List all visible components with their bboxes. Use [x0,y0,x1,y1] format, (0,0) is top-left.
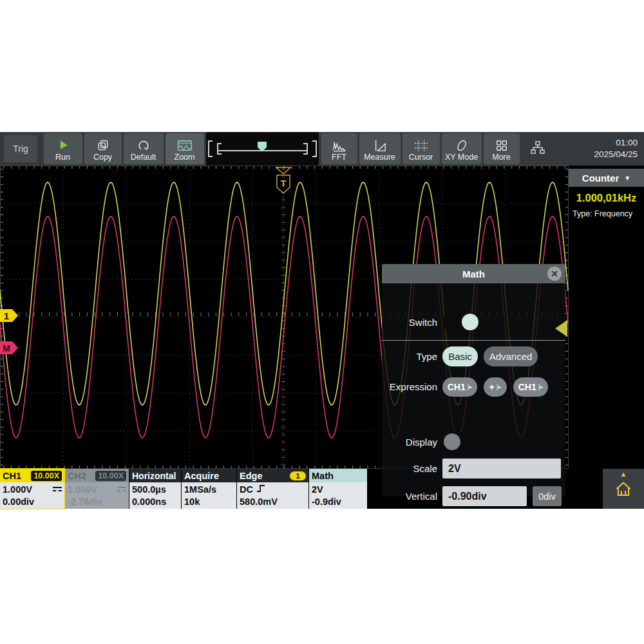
dropdown-indicator-icon: |▸ [497,383,502,390]
trig-label: Trig [13,144,28,154]
more-grid-icon [495,139,508,152]
trigger-level-marker[interactable] [555,320,567,339]
oscilloscope-app: Trig Run Copy [0,132,644,509]
horizontal-status-block[interactable]: Horizontal 500.0µs 0.000ns [129,469,181,509]
switch-label: Switch [382,317,437,328]
xy-ellipse-icon [455,139,469,152]
more-button[interactable]: More [484,133,520,164]
math-dialog-header: Math ✕ [382,264,565,283]
zoom-waveform-icon [177,139,193,152]
acquire-status-block[interactable]: Acquire 1MSa/s 10k [182,469,236,509]
network-lan-icon[interactable] [529,140,546,158]
ch2-volts: 1.000V [68,484,97,496]
toggle-knob [462,314,478,330]
counter-title: Counter [582,173,620,184]
cursor-crosshair-icon [413,139,429,152]
math-offset: -0.9div [312,496,365,508]
ch2-name: CH2 [68,471,86,481]
vertical-row: Vertical -0.90div 0div [382,486,565,506]
type-row: Type Basic Advanced [382,346,565,366]
counter-header[interactable]: Counter ▼ [569,169,644,187]
horizontal-title: Horizontal [132,471,176,481]
run-button[interactable]: Run [44,133,82,164]
clock-time: 01:00 [594,137,638,149]
zoom-button[interactable]: Zoom [166,133,204,164]
math-status-block[interactable]: Math 2V -0.9div [309,469,367,509]
cursor-button[interactable]: Cursor [402,133,440,164]
collapse-up-icon[interactable]: ▲ [620,471,627,478]
ch1-probe-badge: 10.00X [31,471,62,481]
scale-row: Scale 2V [382,459,565,478]
math-dialog: Math ✕ Switch Type Basic [382,264,565,497]
dropdown-indicator-icon: |▸ [468,383,473,390]
toggle-knob [444,433,460,450]
edge-source-badge: 1 [290,471,306,480]
ch1-offset: 0.00div [3,496,62,508]
counter-widget: Counter ▼ 1.000,01kHz Type: Frequency [569,169,644,218]
close-icon[interactable]: ✕ [547,267,562,281]
slider-outer-left-bracket [209,141,213,156]
top-toolbar: Trig Run Copy [0,132,644,166]
type-option-advanced[interactable]: Advanced [484,346,538,366]
default-button[interactable]: Default [124,133,164,164]
math-marker-label: M [3,343,10,354]
ch1-volts: 1.000V [3,484,32,496]
dropdown-indicator-icon: |▸ [538,383,544,390]
math-display-toggle[interactable] [442,432,480,451]
math-scale: 2V [312,484,365,496]
clock: 01:00 2025/04/25 [594,137,644,160]
expression-operand1-dropdown[interactable]: CH1|▸ [442,377,477,397]
trigger-flag-label: T [280,178,286,189]
vertical-label: Vertical [382,491,437,502]
acquire-mem-depth: 10k [184,496,234,508]
horizontal-delay: 0.000ns [132,496,178,508]
fft-spectrum-icon [332,139,347,152]
vertical-zero-button[interactable]: 0div [533,486,562,506]
type-option-basic[interactable]: Basic [442,346,478,366]
slider-marker[interactable] [258,142,267,151]
chevron-down-icon: ▼ [624,175,630,182]
expression-row: Expression CH1|▸ +|▸ CH1|▸ [382,377,565,397]
slider-inner-right-bracket [303,144,307,154]
trig-button[interactable]: Trig [4,135,37,162]
edge-trigger-status-block[interactable]: Edge 1 DC 580.0mV [237,469,308,509]
screenshot-canvas: Trig Run Copy [0,0,644,644]
trigger-position-slider[interactable] [206,132,319,166]
fft-button[interactable]: FFT [321,133,357,164]
copy-button[interactable]: Copy [84,133,122,164]
display-label: Display [382,437,437,448]
expression-operator-dropdown[interactable]: +|▸ [484,377,507,397]
counter-value: 1.000,01kHz [569,187,644,207]
nav-panel: ▲ [603,469,644,509]
ch1-marker-label: 1 [4,310,9,321]
dialog-divider [382,340,565,341]
expression-label: Expression [382,381,437,392]
clock-date: 2025/04/25 [594,149,638,160]
xy-mode-button[interactable]: XY Mode [442,133,482,164]
ch2-status-block[interactable]: CH2 10.00X 1.000V -2.76div [65,469,129,509]
reset-arrow-icon [137,139,151,152]
copy-icon [96,139,110,152]
vertical-offset-input[interactable]: -0.90div [442,486,527,506]
edge-level: 580.0mV [240,496,306,508]
rising-edge-icon [256,484,265,496]
switch-row: Switch [382,310,565,334]
home-icon[interactable] [614,479,633,501]
dc-coupling-icon [117,487,126,493]
horizontal-timebase: 500.0µs [132,484,178,496]
play-icon [56,139,70,152]
math-switch-toggle[interactable] [442,312,480,332]
math-dialog-body: Switch Type Basic Advanced [382,283,565,497]
counter-type: Type: Frequency [569,207,644,218]
expression-operand2-dropdown[interactable]: CH1|▸ [513,377,548,397]
measure-ruler-icon [373,139,387,152]
dc-coupling-icon [53,487,62,493]
scale-input[interactable]: 2V [442,459,561,478]
waveform-display: T 1 M Counter ▼ 1.000,01kHz Type: Freque… [0,166,644,469]
acquire-sample-rate: 1MSa/s [184,484,234,496]
slider-inner-left-bracket [218,144,222,154]
measure-button[interactable]: Measure [359,133,401,164]
slider-outer-right-bracket [312,141,316,156]
edge-title: Edge [240,471,262,481]
ch1-status-block[interactable]: CH1 10.00X 1.000V 0.00div [0,469,64,509]
